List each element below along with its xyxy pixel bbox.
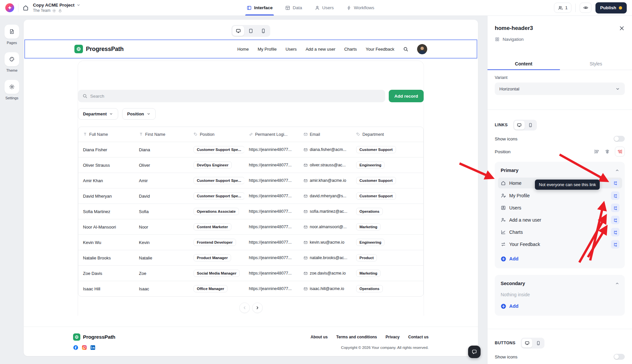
nav-link-charts[interactable]: Charts <box>344 47 357 52</box>
chevron-up-icon[interactable] <box>615 281 619 286</box>
close-icon[interactable] <box>619 25 625 31</box>
position-center-icon[interactable] <box>604 149 610 155</box>
table-row[interactable]: David Mheryan David Customer Support Spe… <box>78 188 423 204</box>
panel-link-users[interactable]: Users <box>498 203 622 213</box>
cell-permanent-link[interactable]: https://jeannine48077... <box>244 163 299 167</box>
visibility-conditions-button[interactable] <box>611 191 619 200</box>
panel-link-my-profile[interactable]: My Profile <box>498 191 622 201</box>
visibility-conditions-button[interactable] <box>611 216 619 224</box>
cell-permanent-link[interactable]: https://jeannine48077... <box>244 194 299 198</box>
column-header-email[interactable]: Email <box>299 132 352 137</box>
nav-link-users[interactable]: Users <box>285 47 297 52</box>
cell-email[interactable]: oliver.strauss@ac... <box>299 163 352 167</box>
column-header-department[interactable]: Department <box>352 132 423 137</box>
cell-email[interactable]: sofia.martinez@ac... <box>299 209 352 214</box>
next-page-button[interactable] <box>252 303 263 313</box>
chevron-up-icon[interactable] <box>615 168 619 173</box>
settings-button[interactable] <box>4 80 19 94</box>
theme-button[interactable] <box>4 52 19 66</box>
column-header-permanent-logi[interactable]: Permanent Logi... <box>244 132 299 137</box>
show-icons-toggle[interactable] <box>614 136 625 142</box>
filter-position[interactable]: Position <box>122 108 155 120</box>
filter-department[interactable]: Department <box>78 108 118 120</box>
cell-permanent-link[interactable]: https://jeannine48077... <box>244 178 299 183</box>
table-row[interactable]: Natalie Brooks Natalie Product Manager h… <box>78 250 423 265</box>
cell-permanent-link[interactable]: https://jeannine48077... <box>244 225 299 229</box>
cell-permanent-link[interactable]: https://jeannine48077... <box>244 240 299 245</box>
sidebar-item-theme[interactable]: Theme <box>4 52 19 72</box>
table-row[interactable]: Diana Fisher Diana Customer Support Spe.… <box>78 142 423 157</box>
home-dashboard-button[interactable] <box>22 5 29 11</box>
cell-email[interactable]: natalie.brooks@ac... <box>299 255 352 260</box>
position-right-button[interactable] <box>615 147 625 157</box>
table-row[interactable]: Isaac Hill Isaac Office Manager https://… <box>78 281 423 296</box>
nav-link-my-profile[interactable]: My Profile <box>258 47 277 52</box>
chevron-down-icon[interactable] <box>76 3 81 7</box>
cell-email[interactable]: david.mheryan@s... <box>299 194 352 198</box>
cell-permanent-link[interactable]: https://jeannine48077... <box>244 209 299 214</box>
search-icon[interactable] <box>403 46 408 52</box>
prev-page-button[interactable] <box>239 303 250 313</box>
secondary-add-button[interactable]: Add <box>501 302 619 310</box>
pages-button[interactable] <box>4 24 19 39</box>
nav-link-add-a-new-user[interactable]: Add a new user <box>305 47 335 52</box>
links-desktop-button[interactable] <box>514 121 525 130</box>
gear-icon[interactable] <box>52 9 56 13</box>
column-header-first-name[interactable]: First Name <box>134 132 189 137</box>
column-header-position[interactable]: Position <box>189 132 244 137</box>
nav-link-your-feedback[interactable]: Your Feedback <box>366 47 394 52</box>
nav-link-home[interactable]: Home <box>237 47 249 52</box>
tab-data[interactable]: Data <box>285 0 302 15</box>
footer-link-about-us[interactable]: About us <box>310 335 328 339</box>
visibility-conditions-button[interactable] <box>611 240 619 249</box>
sidebar-item-settings[interactable]: Settings <box>4 80 19 100</box>
footer-link-terms-and-conditions[interactable]: Terms and conditions <box>336 335 377 339</box>
app-brand[interactable]: ProgressPath <box>74 45 124 53</box>
linkedin-icon[interactable] <box>90 345 95 350</box>
panel-tab-styles[interactable]: Styles <box>560 59 632 70</box>
device-desktop-button[interactable] <box>232 26 244 36</box>
tab-interface[interactable]: Interface <box>247 0 273 15</box>
cell-email[interactable]: isaac.hill@acme.io <box>299 286 352 291</box>
cell-email[interactable]: amir.khan@acme.io <box>299 178 352 183</box>
cell-email[interactable]: noor.almansoori@... <box>299 225 352 229</box>
panel-tab-content[interactable]: Content <box>487 59 560 70</box>
cell-permanent-link[interactable]: https://jeannine48077... <box>244 147 299 152</box>
footer-link-privacy[interactable]: Privacy <box>385 335 400 339</box>
links-mobile-button[interactable] <box>525 121 536 130</box>
cell-permanent-link[interactable]: https://jeannine48077... <box>244 271 299 276</box>
buttons-show-icons-toggle[interactable] <box>614 354 625 360</box>
sidebar-item-pages[interactable]: Pages <box>4 24 19 45</box>
preview-button[interactable] <box>580 3 592 13</box>
app-header-block-selected[interactable]: ProgressPath HomeMy ProfileUsersAdd a ne… <box>24 39 477 59</box>
tab-users[interactable]: Users <box>315 0 334 15</box>
variant-select[interactable]: Horizontal <box>495 83 625 95</box>
add-record-button[interactable]: Add record <box>389 90 424 102</box>
table-row[interactable]: Sofia Martinez Sofia Operations Associat… <box>78 204 423 219</box>
table-row[interactable]: Zoe Davis Zoe Social Media Manager https… <box>78 265 423 281</box>
panel-link-charts[interactable]: Charts <box>498 227 622 237</box>
cell-permanent-link[interactable]: https://jeannine48077... <box>244 286 299 291</box>
cell-email[interactable]: kevin.wu@acme.io <box>299 240 352 245</box>
footer-link-contact-us[interactable]: Contact us <box>408 335 429 339</box>
column-header-full-name[interactable]: Full Name <box>78 132 134 137</box>
softr-logo[interactable] <box>5 3 14 12</box>
buttons-mobile-button[interactable] <box>533 339 543 348</box>
device-mobile-button[interactable] <box>257 26 269 36</box>
cell-permanent-link[interactable]: https://jeannine48077... <box>244 255 299 260</box>
visibility-conditions-button[interactable] <box>611 179 619 187</box>
table-row[interactable]: Oliver Strauss Oliver DevOps Engineer ht… <box>78 157 423 173</box>
cell-email[interactable]: zoe.davis@acme.io <box>299 271 352 276</box>
cell-email[interactable]: diana.fisher@acm... <box>299 147 352 152</box>
search-input[interactable] <box>90 94 381 99</box>
online-users-button[interactable]: 1 <box>554 3 571 13</box>
primary-add-button[interactable]: Add <box>501 255 619 263</box>
position-left-icon[interactable] <box>594 149 600 155</box>
project-name[interactable]: Copy ACME Project <box>33 3 74 8</box>
buttons-desktop-button[interactable] <box>522 339 532 348</box>
table-row[interactable]: Noor Al-Mansoori Noor Content Marketer h… <box>78 219 423 234</box>
footer-brand[interactable]: ProgressPath <box>73 333 115 341</box>
panel-link-add-a-new-user[interactable]: Add a new user <box>498 215 622 225</box>
publish-button[interactable]: Publish <box>595 2 627 13</box>
panel-link-your-feedback[interactable]: Your Feedback <box>498 239 622 249</box>
